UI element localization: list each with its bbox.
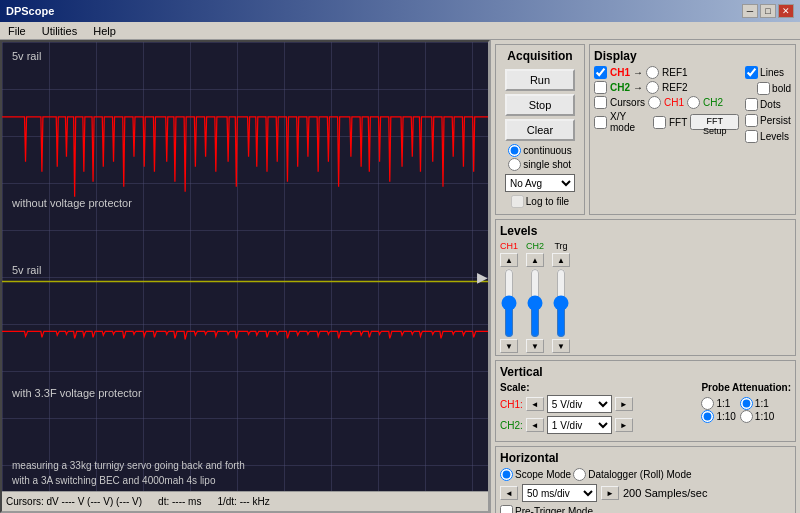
ch2-scale-select[interactable]: 1 V/div [547, 416, 612, 434]
ch2-1-10-row: 1:10 [740, 410, 774, 423]
timebase-row: ◄ 50 ms/div ► 200 Samples/sec [500, 484, 791, 502]
fft-checkbox[interactable] [653, 116, 666, 129]
pretrigger-checkbox[interactable] [500, 505, 513, 513]
cursor-ch2-radio[interactable] [687, 96, 700, 109]
levels-checkbox[interactable] [745, 130, 758, 143]
probe-label: Probe Attenuation: [701, 382, 791, 393]
log-checkbox[interactable] [511, 195, 524, 208]
ch1-1-1-label: 1:1 [716, 398, 730, 409]
ch1-1-1-row: 1:1 [701, 397, 735, 410]
ch2-level-up[interactable]: ▲ [526, 253, 544, 267]
display-section: Display CH1 → REF1 [589, 44, 796, 215]
log-row: Log to file [511, 195, 569, 208]
ch1-level-up[interactable]: ▲ [500, 253, 518, 267]
maximize-button[interactable]: □ [760, 4, 776, 18]
scope-label-top-rail: 5v rail [12, 50, 41, 62]
main-area: 5v rail without voltage protector 5v rai… [0, 40, 800, 513]
close-button[interactable]: ✕ [778, 4, 794, 18]
ch1-1-1-radio[interactable] [701, 397, 714, 410]
trg-level-slider[interactable] [553, 268, 569, 338]
ch1-1-10-row: 1:10 [701, 410, 735, 423]
ch1-scale-down[interactable]: ◄ [526, 397, 544, 411]
fft-setup-button[interactable]: FFT Setup [690, 114, 739, 130]
cursors-status: Cursors: dV ---- V (--- V) (--- V) [6, 496, 142, 507]
ch2-1-1-radio[interactable] [740, 397, 753, 410]
xy-fft-row: X/Y mode FFT FFT Setup [594, 111, 739, 133]
ch1-scale-select[interactable]: 5 V/div [547, 395, 612, 413]
continuous-radio[interactable] [508, 144, 521, 157]
menu-bar: File Utilities Help [0, 22, 800, 40]
xy-checkbox[interactable] [594, 116, 607, 129]
ch1-level-slider[interactable] [501, 268, 517, 338]
singleshot-label: single shot [523, 159, 571, 170]
scope-mode-row: Scope Mode Datalogger (Roll) Mode [500, 468, 791, 481]
horizontal-title: Horizontal [500, 451, 791, 465]
avg-select[interactable]: No Avg [505, 174, 575, 192]
levels-row: Levels [745, 130, 789, 143]
lines-row: Lines [745, 66, 784, 79]
singleshot-radio[interactable] [508, 158, 521, 171]
scope-label-with-protector: with 3.3F voltage protector [12, 387, 142, 399]
levels-label: Levels [760, 131, 789, 142]
lines-label: Lines [760, 67, 784, 78]
mode-radio-group: continuous single shot [508, 144, 571, 171]
ch2-scale-up[interactable]: ► [615, 418, 633, 432]
datalogger-radio[interactable] [573, 468, 586, 481]
ref1-label: REF1 [662, 67, 688, 78]
log-label: Log to file [526, 196, 569, 207]
ch2-1-10-radio[interactable] [740, 410, 753, 423]
trg-level-down[interactable]: ▼ [552, 339, 570, 353]
ch1-display-row: CH1 → REF1 [594, 66, 739, 79]
dots-row: Dots [745, 98, 781, 111]
timebase-up[interactable]: ► [601, 486, 619, 500]
ch2-scale-down[interactable]: ◄ [526, 418, 544, 432]
menu-utilities[interactable]: Utilities [38, 24, 81, 38]
trg-level-up[interactable]: ▲ [552, 253, 570, 267]
scope-mode-radio[interactable] [500, 468, 513, 481]
cursors-checkbox[interactable] [594, 96, 607, 109]
scope-description1: measuring a 33kg turnigy servo going bac… [12, 460, 245, 471]
dots-checkbox[interactable] [745, 98, 758, 111]
acquisition-section: Acquisition Run Stop Clear continuous si… [495, 44, 585, 215]
freq-status: 1/dt: --- kHz [217, 496, 269, 507]
ch1-checkbox[interactable] [594, 66, 607, 79]
levels-section: Levels CH1 ▲ ▼ CH2 ▲ [495, 219, 796, 356]
continuous-label: continuous [523, 145, 571, 156]
timebase-down[interactable]: ◄ [500, 486, 518, 500]
cursor-ch1-radio[interactable] [648, 96, 661, 109]
ref2-radio[interactable] [646, 81, 659, 94]
timebase-select[interactable]: 50 ms/div [522, 484, 597, 502]
ch1-level-down[interactable]: ▼ [500, 339, 518, 353]
run-button[interactable]: Run [505, 69, 575, 91]
stop-button[interactable]: Stop [505, 94, 575, 116]
vertical-title: Vertical [500, 365, 791, 379]
dots-label: Dots [760, 99, 781, 110]
clear-button[interactable]: Clear [505, 119, 575, 141]
scope-scroll-arrow[interactable]: ▶ [477, 269, 488, 285]
cursors-label: Cursors [610, 97, 645, 108]
ch1-scale-label: CH1: [500, 399, 523, 410]
ch2-level-down[interactable]: ▼ [526, 339, 544, 353]
scope-mode-label: Scope Mode [515, 469, 571, 480]
ch1-scale-row: CH1: ◄ 5 V/div ► [500, 395, 693, 413]
ch2-scale-label: CH2: [500, 420, 523, 431]
ch1-1-10-radio[interactable] [701, 410, 714, 423]
samples-label: 200 Samples/sec [623, 487, 707, 499]
minimize-button[interactable]: ─ [742, 4, 758, 18]
right-panel: Acquisition Run Stop Clear continuous si… [490, 40, 800, 513]
fft-label: FFT [669, 117, 687, 128]
ch1-scale-up[interactable]: ► [615, 397, 633, 411]
menu-help[interactable]: Help [89, 24, 120, 38]
ch2-checkbox[interactable] [594, 81, 607, 94]
lines-checkbox[interactable] [745, 66, 758, 79]
scope-label-bottom-rail: 5v rail [12, 264, 41, 276]
ref1-radio[interactable] [646, 66, 659, 79]
persist-checkbox[interactable] [745, 114, 758, 127]
scope-waveform [2, 42, 488, 491]
levels-panel-row: Levels CH1 ▲ ▼ CH2 ▲ [495, 219, 796, 356]
ch2-1-1-row: 1:1 [740, 397, 774, 410]
menu-file[interactable]: File [4, 24, 30, 38]
ch2-level-slider[interactable] [527, 268, 543, 338]
bold-checkbox[interactable] [757, 82, 770, 95]
app-title: DPScope [6, 5, 54, 17]
